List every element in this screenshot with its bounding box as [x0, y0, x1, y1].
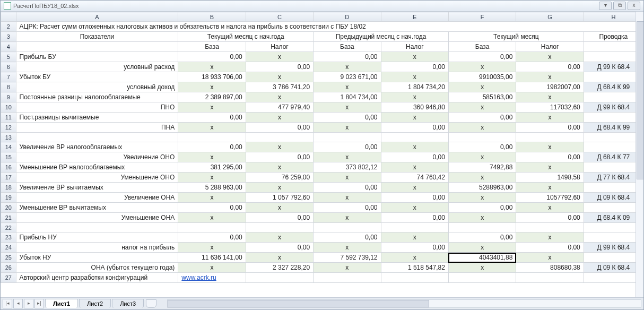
cell-F5[interactable]: 0,00	[448, 52, 516, 62]
row-header-26[interactable]: 26	[1, 263, 16, 273]
cell-E14[interactable]: x	[381, 142, 448, 152]
vertical-scrollbar[interactable]	[636, 12, 643, 297]
minimize-button[interactable]: ▾	[599, 2, 612, 10]
cell-H12[interactable]: Д 68.4 К 99	[584, 123, 643, 133]
tab-nav-next[interactable]: ▸	[24, 299, 33, 308]
cell-D16[interactable]: 373 802,12	[314, 162, 381, 173]
cell-A27[interactable]: Авторский центр разработки конфигураций	[16, 273, 178, 283]
cell-C17[interactable]: 76 259,00	[246, 173, 313, 183]
row-header-11[interactable]: 11	[1, 113, 16, 123]
cell-E15[interactable]: 0,00	[381, 152, 448, 162]
cell-G18[interactable]: x	[516, 183, 584, 193]
cell-B13[interactable]	[178, 133, 246, 142]
tab-nav-last[interactable]: ▸|	[34, 299, 44, 308]
cell-D18[interactable]: 0,00	[314, 183, 381, 193]
cell-B5[interactable]: 0,00	[178, 52, 246, 62]
cell-G6[interactable]: 0,00	[516, 62, 584, 72]
cell-E13[interactable]	[381, 133, 448, 142]
header-sub-F[interactable]: База	[448, 42, 516, 52]
cell-E20[interactable]: x	[381, 203, 448, 213]
cell-H18[interactable]	[584, 183, 643, 193]
cell-H16[interactable]	[584, 162, 643, 173]
cell-B10[interactable]: x	[178, 102, 246, 113]
row-header-16[interactable]: 16	[1, 162, 16, 173]
cell-C23[interactable]: x	[246, 232, 313, 243]
cell-B22[interactable]	[178, 223, 246, 232]
col-header-D[interactable]: D	[314, 12, 381, 22]
cell-D24[interactable]: x	[314, 243, 381, 253]
cell-H10[interactable]: Д 99 К 68.4	[584, 102, 643, 113]
col-header-H[interactable]: H	[584, 12, 643, 22]
cell-D26[interactable]: x	[314, 263, 381, 273]
header-current-month[interactable]: Текущий месяц	[448, 32, 584, 42]
cell-G5[interactable]: x	[516, 52, 584, 62]
cell-B27[interactable]: www.acrk.ru	[178, 273, 246, 283]
cell-E22[interactable]	[381, 223, 448, 232]
cell-B16[interactable]: 381 295,00	[178, 162, 246, 173]
cell-C27[interactable]	[246, 273, 313, 283]
cell-H22[interactable]	[584, 223, 643, 232]
row-header-8[interactable]: 8	[1, 82, 16, 92]
cell-F6[interactable]: x	[448, 62, 516, 72]
acrk-link[interactable]: www.acrk.ru	[181, 274, 216, 281]
cell-H25[interactable]	[584, 253, 643, 263]
row-header-23[interactable]: 23	[1, 232, 16, 243]
cell-F23[interactable]: 0,00	[448, 232, 516, 243]
header-posting[interactable]: Проводка	[584, 32, 643, 42]
cell-C9[interactable]: x	[246, 92, 313, 102]
cell-B17[interactable]: x	[178, 173, 246, 183]
cell-H27[interactable]	[584, 273, 643, 283]
col-header-B[interactable]: B	[178, 12, 246, 22]
cell-A25[interactable]: Убыток НУ	[16, 253, 178, 263]
cell-G14[interactable]: x	[516, 142, 584, 152]
cell-E12[interactable]: 0,00	[381, 123, 448, 133]
close-button[interactable]: x	[628, 2, 640, 10]
cell-E18[interactable]: x	[381, 183, 448, 193]
cell-E21[interactable]: 0,00	[381, 213, 448, 223]
cell-E25[interactable]: x	[381, 253, 448, 263]
row-header-9[interactable]: 9	[1, 92, 16, 102]
cell-H14[interactable]	[584, 142, 643, 152]
cell-D17[interactable]: x	[314, 173, 381, 183]
cell-B11[interactable]: 0,00	[178, 113, 246, 123]
cell-E7[interactable]: x	[381, 72, 448, 82]
cell-H20[interactable]	[584, 203, 643, 213]
cell-H5[interactable]	[584, 52, 643, 62]
row-header-6[interactable]: 6	[1, 62, 16, 72]
cell-C22[interactable]	[246, 223, 313, 232]
cell-B9[interactable]: 2 389 897,00	[178, 92, 246, 102]
row-header-3[interactable]: 3	[1, 32, 16, 42]
cell-B12[interactable]: x	[178, 123, 246, 133]
cell-G9[interactable]: x	[516, 92, 584, 102]
cell-H21[interactable]: Д 68.4 К 09	[584, 213, 643, 223]
cell-D9[interactable]: 1 804 734,00	[314, 92, 381, 102]
row-header-27[interactable]: 27	[1, 273, 16, 283]
cell-F26[interactable]: x	[448, 263, 516, 273]
header-sub-B[interactable]: База	[178, 42, 246, 52]
cell-G13[interactable]	[516, 133, 584, 142]
header-current-ytd[interactable]: Текущий месяц с нач.года	[178, 32, 314, 42]
row-header-2[interactable]: 2	[1, 22, 16, 32]
cell-G21[interactable]: 0,00	[516, 213, 584, 223]
row-header-18[interactable]: 18	[1, 183, 16, 193]
cell-A12[interactable]: ПНА	[16, 123, 178, 133]
cell-H6[interactable]: Д 99 К 68.4	[584, 62, 643, 72]
cell-F7[interactable]: 9910035,00	[448, 72, 516, 82]
select-all-corner[interactable]	[1, 12, 16, 22]
cell-A21[interactable]: Уменьшение ОНА	[16, 213, 178, 223]
cell-D14[interactable]: 0,00	[314, 142, 381, 152]
cell-E19[interactable]: 0,00	[381, 193, 448, 203]
horizontal-scroll-thumb[interactable]	[168, 300, 429, 307]
sheet-tab-Лист2[interactable]: Лист2	[79, 299, 111, 308]
cell-F10[interactable]: x	[448, 102, 516, 113]
cell-C20[interactable]: x	[246, 203, 313, 213]
cell-C25[interactable]: x	[246, 253, 313, 263]
cell-B21[interactable]: x	[178, 213, 246, 223]
row-header-4[interactable]: 4	[1, 42, 16, 52]
cell-B23[interactable]: 0,00	[178, 232, 246, 243]
cell-F24[interactable]: x	[448, 243, 516, 253]
cell-G27[interactable]	[516, 273, 584, 283]
horizontal-scrollbar[interactable]	[167, 299, 641, 308]
cell-H13[interactable]	[584, 133, 643, 142]
row-header-10[interactable]: 10	[1, 102, 16, 113]
